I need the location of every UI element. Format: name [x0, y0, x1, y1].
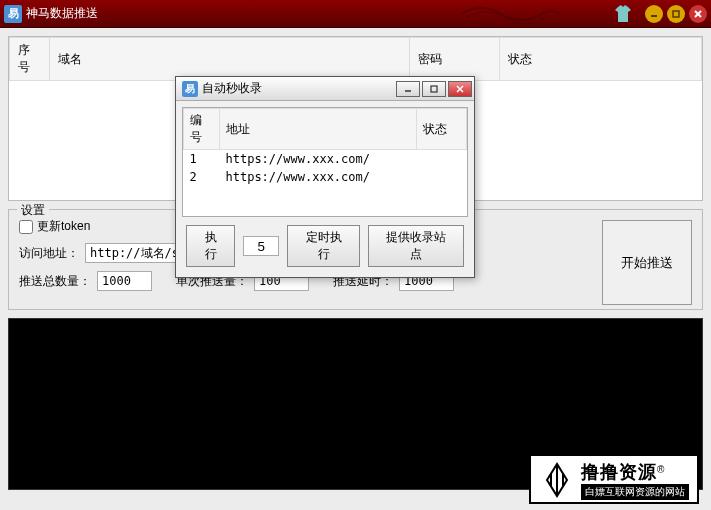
- timed-execute-button[interactable]: 定时执行: [287, 225, 360, 267]
- dialog-table[interactable]: 编号 地址 状态 1 https://www.xxx.com/ 2 https:…: [182, 107, 468, 217]
- update-token-label: 更新token: [37, 218, 90, 235]
- auto-index-dialog: 易 自动秒收录 编号 地址 状态 1: [175, 76, 475, 278]
- dialog-minimize-button[interactable]: [396, 81, 420, 97]
- watermark-logo-icon: [539, 462, 575, 498]
- execute-button[interactable]: 执行: [186, 225, 235, 267]
- dialog-col-url[interactable]: 地址: [220, 109, 417, 150]
- content-area: 序号 域名 密码 状态 设置 开始推送 更新token 访问地址： 推送总数量：…: [0, 28, 711, 510]
- app-icon: 易: [4, 5, 22, 23]
- watermark-sub: 白嫖互联网资源的网站: [581, 484, 689, 500]
- visit-url-label: 访问地址：: [19, 245, 79, 262]
- push-total-input[interactable]: [97, 271, 152, 291]
- dialog-title: 自动秒收录: [202, 80, 396, 97]
- dialog-app-icon: 易: [182, 81, 198, 97]
- col-status[interactable]: 状态: [500, 38, 702, 81]
- push-total-label: 推送总数量：: [19, 273, 91, 290]
- table-row[interactable]: 1 https://www.xxx.com/: [184, 150, 467, 169]
- update-token-checkbox[interactable]: [19, 220, 33, 234]
- dialog-col-id[interactable]: 编号: [184, 109, 220, 150]
- svg-rect-8: [431, 86, 437, 92]
- table-row[interactable]: 2 https://www.xxx.com/: [184, 168, 467, 186]
- col-password[interactable]: 密码: [410, 38, 500, 81]
- main-titlebar: 易 神马数据推送: [0, 0, 711, 28]
- svg-rect-1: [673, 11, 679, 17]
- watermark-sup: ®: [657, 464, 664, 475]
- tshirt-icon[interactable]: [613, 5, 633, 23]
- close-button[interactable]: [689, 5, 707, 23]
- watermark-main: 撸撸资源: [581, 462, 657, 482]
- update-token-checkbox-wrap[interactable]: 更新token: [19, 218, 90, 235]
- window-title: 神马数据推送: [26, 5, 613, 22]
- minimize-button[interactable]: [645, 5, 663, 23]
- dialog-close-button[interactable]: [448, 81, 472, 97]
- maximize-button[interactable]: [667, 5, 685, 23]
- dialog-titlebar[interactable]: 易 自动秒收录: [176, 77, 474, 101]
- dialog-col-status[interactable]: 状态: [417, 109, 467, 150]
- watermark: 撸撸资源® 白嫖互联网资源的网站: [529, 454, 699, 504]
- start-push-button[interactable]: 开始推送: [602, 220, 692, 305]
- interval-input[interactable]: [243, 236, 279, 256]
- col-serial[interactable]: 序号: [10, 38, 50, 81]
- col-domain[interactable]: 域名: [50, 38, 410, 81]
- dialog-maximize-button[interactable]: [422, 81, 446, 97]
- provide-sites-button[interactable]: 提供收录站点: [368, 225, 464, 267]
- settings-legend: 设置: [17, 202, 49, 219]
